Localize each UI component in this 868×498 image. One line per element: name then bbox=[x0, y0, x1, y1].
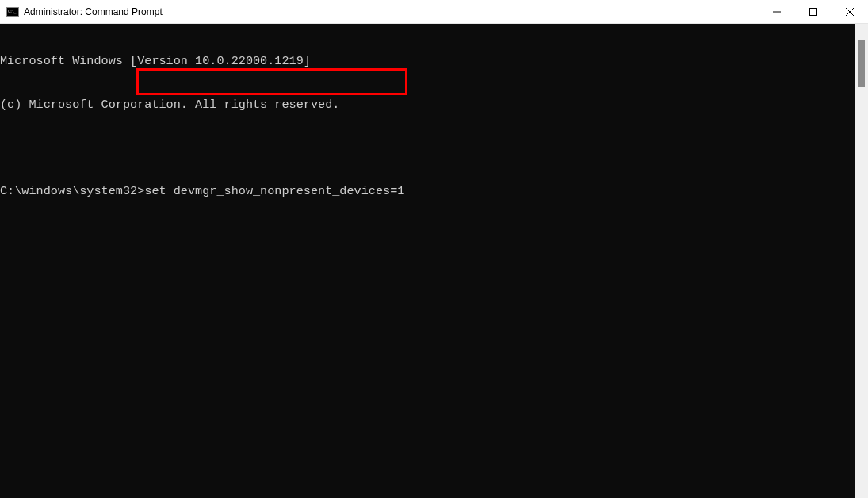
copyright-line: (c) Microsoft Corporation. All rights re… bbox=[0, 98, 855, 112]
prompt-path: C:\windows\system32> bbox=[0, 184, 144, 198]
vertical-scrollbar[interactable] bbox=[855, 24, 868, 498]
title-bar: Administrator: Command Prompt bbox=[0, 0, 868, 24]
cmd-icon bbox=[6, 6, 19, 18]
minimize-button[interactable] bbox=[759, 0, 795, 23]
close-button[interactable] bbox=[832, 0, 868, 23]
window-title: Administrator: Command Prompt bbox=[24, 6, 759, 17]
scrollbar-thumb[interactable] bbox=[858, 40, 865, 87]
terminal-output[interactable]: Microsoft Windows [Version 10.0.22000.12… bbox=[0, 24, 855, 498]
svg-rect-1 bbox=[810, 8, 817, 15]
highlight-annotation bbox=[136, 68, 407, 95]
window-controls bbox=[759, 0, 868, 23]
prompt-line: C:\windows\system32>set devmgr_show_nonp… bbox=[0, 184, 855, 198]
blank-line bbox=[0, 140, 855, 155]
version-line: Microsoft Windows [Version 10.0.22000.12… bbox=[0, 54, 855, 68]
maximize-button[interactable] bbox=[795, 0, 832, 23]
command-text: set devmgr_show_nonpresent_devices=1 bbox=[144, 184, 404, 198]
terminal-container: Microsoft Windows [Version 10.0.22000.12… bbox=[0, 24, 868, 498]
